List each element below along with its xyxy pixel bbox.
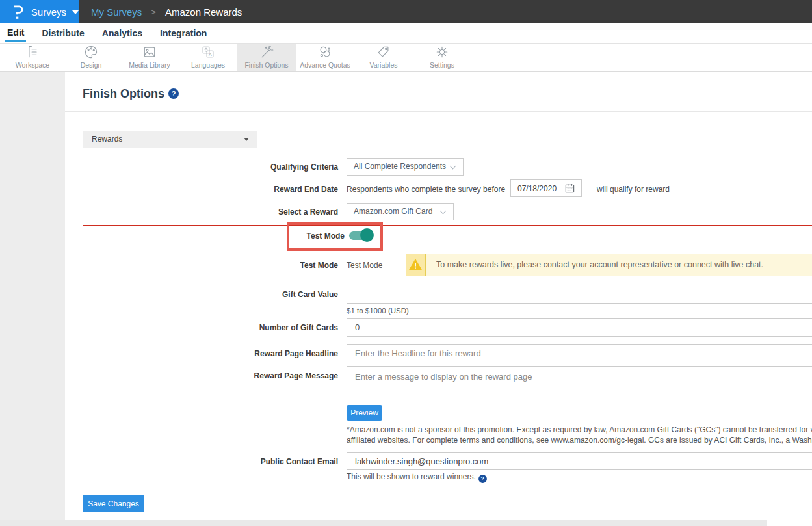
test-mode-toggle-knob[interactable] <box>360 228 374 242</box>
qualifying-criteria-value: All Complete Respondents <box>354 162 446 171</box>
warning-banner: To make rewards live, please contact you… <box>406 254 812 276</box>
warning-message: To make rewards live, please contact you… <box>426 260 763 269</box>
gear-icon <box>434 46 450 60</box>
chevron-down-icon <box>440 208 447 215</box>
palette-icon <box>83 46 99 60</box>
breadcrumb-parent-link[interactable]: My Surveys <box>91 7 142 18</box>
toolbar-item-label: Variables <box>370 61 398 69</box>
select-reward-value: Amazon.com Gift Card <box>354 207 432 216</box>
public-contact-email-helper: This will be shown to reward winners.? <box>347 472 487 483</box>
calendar-icon[interactable] <box>565 183 575 196</box>
tag-icon <box>376 46 391 60</box>
finish-option-type-value: Rewards <box>92 135 122 144</box>
reward-end-date-label: Reward End Date <box>83 185 338 194</box>
product-menu-label: Surveys <box>31 7 66 18</box>
app-window: Surveys My Surveys > Amazon Rewards Edit… <box>0 0 812 526</box>
toolbar-item-label: Media Library <box>129 61 170 69</box>
workspace-icon <box>25 46 40 60</box>
translate-icon: A <box>200 46 216 60</box>
chevron-down-icon <box>72 10 79 14</box>
number-of-gift-cards-label: Number of Gift Cards <box>83 323 338 332</box>
gift-card-value-label: Gift Card Value <box>83 290 338 299</box>
questionpro-logo <box>10 3 25 20</box>
page-title-text: Finish Options <box>83 87 164 100</box>
preview-button[interactable]: Preview <box>347 405 382 421</box>
toolbar-item-label: Design <box>81 61 102 69</box>
warning-icon-block <box>406 254 426 276</box>
toolbar-item-label: Languages <box>191 61 225 69</box>
help-icon[interactable]: ? <box>168 88 179 99</box>
left-rail <box>0 72 65 520</box>
reward-page-message-textarea[interactable] <box>347 366 812 402</box>
finish-option-type-dropdown[interactable]: Rewards <box>83 131 257 148</box>
toolbar-item-variables[interactable]: Variables <box>354 44 413 71</box>
disclaimer-line-2: affiliated websites. For complete terms … <box>347 435 812 445</box>
toolbar-item-languages[interactable]: A Languages <box>179 44 237 71</box>
tab-distribute[interactable]: Distribute <box>40 25 86 41</box>
toolbar-item-label: Finish Options <box>244 61 288 69</box>
magic-wand-icon <box>259 46 274 60</box>
toolbar-item-settings[interactable]: Settings <box>413 44 471 71</box>
test-mode-status-value: Test Mode <box>347 261 382 270</box>
svg-text:A: A <box>209 52 212 57</box>
tab-analytics[interactable]: Analytics <box>100 25 144 41</box>
public-contact-email-input[interactable] <box>347 452 812 470</box>
image-icon <box>142 46 157 60</box>
edit-toolbar: Workspace Design Media Library A Languag… <box>0 44 812 72</box>
reward-end-date-prefix: Respondents who complete the survey befo… <box>347 185 505 194</box>
public-contact-email-helper-text: This will be shown to reward winners. <box>347 472 476 481</box>
caret-down-icon <box>244 138 249 141</box>
main-nav-tabs: Edit Distribute Analytics Integration <box>0 23 812 44</box>
amazon-disclaimer: *Amazon.com is not a sponsor of this pro… <box>347 425 812 445</box>
breadcrumb-current: Amazon Rewards <box>165 7 242 18</box>
public-contact-email-label: Public Contact Email <box>83 457 338 466</box>
select-reward-select[interactable]: Amazon.com Gift Card <box>347 203 454 220</box>
select-reward-label: Select a Reward <box>83 207 338 217</box>
chain-links-icon <box>317 46 333 60</box>
product-menu[interactable]: Surveys <box>0 0 79 23</box>
breadcrumb: My Surveys > Amazon Rewards <box>91 0 242 23</box>
tab-integration[interactable]: Integration <box>158 25 209 41</box>
toolbar-item-design[interactable]: Design <box>62 44 120 71</box>
qualifying-criteria-select[interactable]: All Complete Respondents <box>347 158 464 176</box>
save-changes-button[interactable]: Save Changes <box>83 495 144 512</box>
reward-end-date-suffix: will qualify for reward <box>597 185 670 194</box>
reward-page-message-label: Reward Page Message <box>83 371 338 380</box>
disclaimer-line-1: *Amazon.com is not a sponsor of this pro… <box>347 425 812 435</box>
help-icon[interactable]: ? <box>478 475 487 483</box>
toolbar-item-finish-options[interactable]: Finish Options <box>237 44 296 71</box>
reward-page-headline-input[interactable] <box>347 344 812 362</box>
gift-card-value-input[interactable] <box>347 285 812 304</box>
toolbar-item-workspace[interactable]: Workspace <box>3 44 62 71</box>
chevron-down-icon <box>450 163 456 170</box>
warning-triangle-icon <box>409 259 422 270</box>
number-of-gift-cards-input[interactable] <box>347 318 812 337</box>
gift-card-value-helper: $1 to $1000 (USD) <box>347 307 409 315</box>
qualifying-criteria-label: Qualifying Criteria <box>83 163 338 172</box>
toolbar-item-advance-quotas[interactable]: Advance Quotas <box>296 44 354 71</box>
divider <box>65 111 812 112</box>
test-mode-toggle-label: Test Mode <box>83 231 345 241</box>
tab-edit[interactable]: Edit <box>5 25 26 42</box>
reward-page-headline-label: Reward Page Headline <box>83 349 338 358</box>
toolbar-item-label: Workspace <box>16 61 49 69</box>
toolbar-item-label: Settings <box>430 61 454 69</box>
top-bar: Surveys My Surveys > Amazon Rewards <box>0 0 812 23</box>
test-mode-status-label: Test Mode <box>83 261 338 270</box>
breadcrumb-separator: > <box>151 7 156 17</box>
page-title: Finish Options? <box>83 87 179 101</box>
toolbar-item-media-library[interactable]: Media Library <box>120 44 179 71</box>
toolbar-item-label: Advance Quotas <box>300 61 350 69</box>
horizontal-scrollbar[interactable] <box>0 520 767 526</box>
